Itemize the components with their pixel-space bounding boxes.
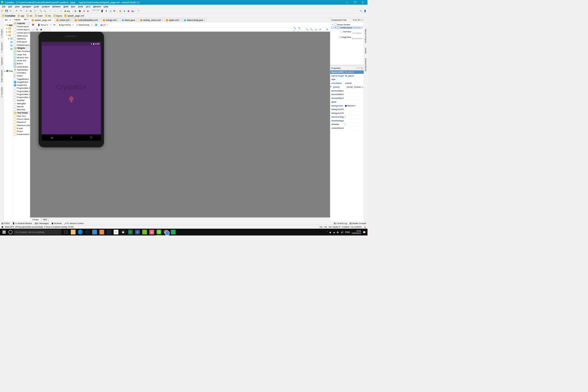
breadcrumb-item[interactable]: app — [17, 14, 26, 17]
menu-code[interactable]: Code — [32, 5, 40, 8]
design-canvas[interactable]: ▾ ▮ 6:00 Crystalize ◁ ○ □ — [30, 32, 330, 218]
editor-tab[interactable]: splash_page.xml × — [30, 18, 55, 22]
blueprint-icon[interactable]: ▥ — [35, 28, 39, 31]
breadcrumb-item[interactable]: src — [26, 14, 34, 17]
sdk-icon[interactable]: ⬇ — [104, 9, 108, 13]
forward-icon[interactable]: → — [53, 9, 57, 13]
app-icon-2[interactable] — [98, 229, 105, 235]
palette-item[interactable]: AbPlain TextView — [13, 50, 30, 53]
word-icon[interactable]: W — [134, 229, 141, 235]
expand-h-icon[interactable]: ↔ — [43, 28, 47, 31]
project-node[interactable]: ▶ — [4, 30, 13, 34]
palette-item[interactable]: Password (Nur — [13, 124, 30, 127]
menu-help[interactable]: Help — [102, 5, 110, 8]
android-monitor-tool[interactable]: 📱 6: Android Monitor — [12, 222, 32, 224]
open-icon[interactable]: 📂 — [1, 9, 5, 13]
property-row[interactable]: clickable — [330, 123, 364, 127]
editor-tab[interactable]: colors.xml × — [55, 18, 73, 22]
zoom-out-icon[interactable]: 🔍− — [298, 27, 302, 31]
breadcrumb-item[interactable]: res — [44, 14, 53, 17]
locale-combo[interactable]: 🌐 — [94, 23, 98, 27]
menu-tools[interactable]: Tools — [76, 5, 84, 8]
editor-tab[interactable]: AndroidManifest.xml × — [73, 18, 101, 22]
tab-close-icon[interactable]: × — [117, 19, 118, 21]
project-node[interactable]: ▶ — [4, 27, 13, 30]
palette-item[interactable]: RelativeLayout — [13, 43, 30, 46]
palette-category[interactable]: Widgets — [13, 47, 30, 50]
palette-item[interactable]: AbLarge Text — [13, 53, 30, 56]
tray-cloud-icon[interactable]: ☁ — [333, 231, 335, 233]
menu-vcs[interactable]: VCS — [84, 5, 92, 8]
palette-item[interactable]: ProgressBar (S — [13, 93, 30, 96]
render-combo[interactable]: 🖼 — [31, 23, 35, 27]
palette-item[interactable]: Person Name — [13, 118, 30, 121]
property-row[interactable]: accessibilityTra — [330, 93, 364, 97]
project-collapse-icon[interactable]: ⇤ — [9, 18, 12, 22]
editor-tab[interactable]: MainActivity.java × — [182, 18, 207, 22]
make-icon[interactable]: ▾ — [59, 9, 63, 13]
property-row[interactable]: ▶gravity[center_vertical, c... — [330, 85, 364, 89]
palette-item[interactable]: Password — [13, 121, 30, 124]
tray-clock[interactable]: 15:09 12/02/2016 — [352, 230, 361, 234]
left-tool----favorites[interactable]: 2: Favorites — [0, 86, 3, 99]
property-row[interactable]: orientationvertical — [330, 81, 364, 85]
design-tab-design[interactable]: Design — [30, 218, 41, 221]
project-node[interactable] — [4, 47, 13, 51]
tray-network-icon[interactable]: 🖧 — [337, 231, 339, 233]
unity-icon[interactable]: ◆ — [120, 229, 127, 235]
palette-item[interactable]: Phone — [13, 130, 30, 133]
api-combo[interactable]: 🤖23 — [99, 23, 109, 27]
menu-run[interactable]: Run — [70, 5, 76, 8]
run-config-combo[interactable]: ▣app — [63, 9, 74, 13]
palette-item[interactable]: SeekBar — [13, 99, 30, 102]
window-button-icon[interactable]: ▣ — [1, 226, 3, 228]
design-tab-text[interactable]: Text — [41, 218, 49, 221]
vcs-up-icon[interactable]: VCS↑ — [96, 9, 100, 13]
tree-hide-icon[interactable]: ⇥ — [361, 19, 363, 21]
component-tree-node[interactable]: ImageView - @drawable/ — [331, 35, 363, 40]
menu-navigate[interactable]: Navigate — [21, 5, 32, 8]
attach-icon[interactable]: ⇲ — [82, 9, 86, 13]
palette-settings-icon[interactable]: ⚙▾ — [24, 19, 27, 21]
component-tree-node[interactable]: TextView - "Crystalize" — [331, 29, 363, 35]
tree-expand-icon[interactable]: ⇅ — [353, 19, 354, 21]
activity-combo[interactable]: ▤MainActivity — [75, 23, 93, 27]
device-screen[interactable]: ▾ ▮ 6:00 Crystalize ◁ ○ □ — [42, 42, 101, 141]
tab-close-icon[interactable]: × — [136, 19, 137, 21]
tab-close-icon[interactable]: × — [161, 19, 163, 21]
left-tool----project[interactable]: 1: Project — [0, 28, 3, 39]
project-node[interactable] — [4, 40, 13, 44]
android-studio-icon[interactable] — [155, 229, 162, 235]
palette-item[interactable]: ProgressBar (L — [13, 87, 30, 90]
gradle-icon[interactable]: ◆ — [122, 9, 126, 13]
orientation-combo[interactable]: ⟳ — [53, 23, 57, 27]
palette-item[interactable]: Switch — [13, 74, 30, 77]
tray-app-icon[interactable]: ◆ — [329, 231, 331, 233]
tray-lang[interactable]: ENG — [345, 231, 350, 233]
property-row[interactable]: background#582A72 — [330, 104, 364, 108]
zoom-actual-icon[interactable]: 🔍 — [310, 27, 314, 31]
component-tree-node[interactable]: ▼LinearLayout (vertical) — [331, 26, 363, 29]
replace-icon[interactable]: 🔍 — [43, 9, 47, 13]
start-button[interactable] — [1, 229, 8, 235]
refresh-icon[interactable]: ⟳ — [318, 27, 322, 31]
maximize-button[interactable]: ❐ — [351, 1, 359, 4]
project-node[interactable]: ▶ — [4, 37, 13, 41]
user-icon[interactable]: 👤 — [363, 9, 367, 13]
tree-collapse-icon[interactable]: ⇆ — [355, 19, 357, 21]
palette-item[interactable]: ToggleButton — [13, 77, 30, 80]
menu-build[interactable]: Build — [62, 5, 70, 8]
property-row[interactable]: backgroundTin — [330, 111, 364, 115]
expand-v-icon[interactable]: ↕ — [47, 28, 51, 31]
excel-icon[interactable]: X — [127, 229, 134, 235]
stop-icon[interactable]: ■ — [86, 9, 90, 13]
cortana-search[interactable]: I'm Cortana. Ask me anything. — [14, 229, 61, 235]
event-log-tool[interactable]: ▤ 1 Event Log — [334, 222, 347, 224]
project-node[interactable]: ▼ — [4, 33, 13, 37]
find-icon[interactable]: 🔍 — [39, 9, 43, 13]
design-settings-icon[interactable]: ⚙ — [325, 27, 329, 31]
viewport-icon[interactable]: ▭ — [31, 28, 35, 31]
editor-tab[interactable]: styles.xml × — [164, 18, 182, 22]
palette-item[interactable]: ★RatingBar — [13, 102, 30, 105]
sync-icon[interactable]: ⟳ — [9, 9, 13, 13]
